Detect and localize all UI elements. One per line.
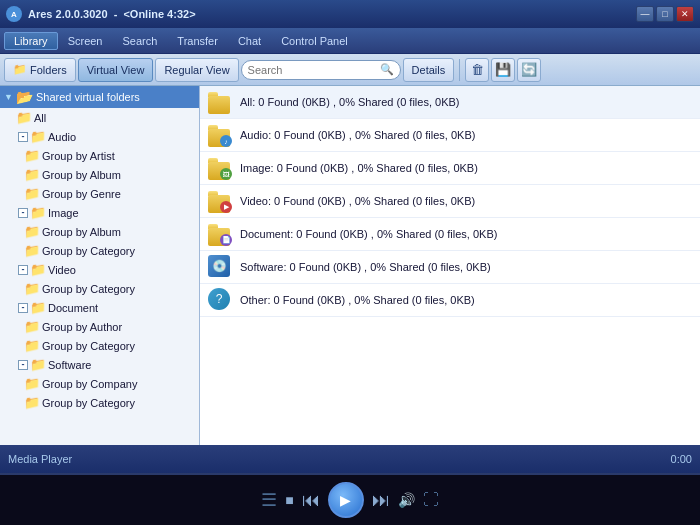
menu-controlpanel[interactable]: Control Panel [271, 32, 358, 50]
file-row-all[interactable]: All: 0 Found (0KB) , 0% Shared (0 files,… [200, 86, 700, 119]
playlist-button[interactable]: ☰ [261, 489, 277, 511]
tree-item-soft-company[interactable]: 📁 Group by Company [0, 374, 199, 393]
close-button[interactable]: ✕ [676, 6, 694, 22]
search-input[interactable] [248, 64, 380, 76]
menu-search[interactable]: Search [112, 32, 167, 50]
menu-screen[interactable]: Screen [58, 32, 113, 50]
media-player: ☰ ■ ⏮ ▶ ⏭ 🔊 ⛶ [0, 473, 700, 525]
file-row-other[interactable]: ? Other: 0 Found (0KB) , 0% Shared (0 fi… [200, 284, 700, 317]
file-label-audio: Audio: 0 Found (0KB) , 0% Shared (0 file… [240, 129, 475, 141]
prev-button[interactable]: ⏮ [302, 490, 320, 511]
file-label-software: Software: 0 Found (0KB) , 0% Shared (0 f… [240, 261, 491, 273]
all-label: All [34, 112, 46, 124]
file-row-video[interactable]: ▶ Video: 0 Found (0KB) , 0% Shared (0 fi… [200, 185, 700, 218]
tree-item-audio-album[interactable]: 📁 Group by Album [0, 165, 199, 184]
file-row-document[interactable]: 📄 Document: 0 Found (0KB) , 0% Shared (0… [200, 218, 700, 251]
tree-section-video: - 📁 Video 📁 Group by Category [0, 260, 199, 298]
delete-button[interactable]: 🗑 [465, 58, 489, 82]
file-icon-video: ▶ [208, 189, 232, 213]
folders-icon: 📁 [13, 63, 27, 76]
file-row-image[interactable]: 🖼 Image: 0 Found (0KB) , 0% Shared (0 fi… [200, 152, 700, 185]
maximize-button[interactable]: □ [656, 6, 674, 22]
tree-item-image-category[interactable]: 📁 Group by Category [0, 241, 199, 260]
menu-chat[interactable]: Chat [228, 32, 271, 50]
tree-parent-image[interactable]: - 📁 Image [0, 203, 199, 222]
image-category-label: Group by Category [42, 245, 135, 257]
video-category-label: Group by Category [42, 283, 135, 295]
file-label-video: Video: 0 Found (0KB) , 0% Shared (0 file… [240, 195, 475, 207]
tree-item-doc-category[interactable]: 📁 Group by Category [0, 336, 199, 355]
play-button[interactable]: ▶ [328, 482, 364, 518]
folders-button[interactable]: 📁 Folders [4, 58, 76, 82]
tree-item-audio-genre[interactable]: 📁 Group by Genre [0, 184, 199, 203]
status-right: 0:00 [671, 453, 692, 465]
next-button[interactable]: ⏭ [372, 490, 390, 511]
audio-artist-label: Group by Artist [42, 150, 115, 162]
doc-author-label: Group by Author [42, 321, 122, 333]
status-left: Media Player [8, 453, 72, 465]
tree-item-image-album[interactable]: 📁 Group by Album [0, 222, 199, 241]
soft-category-icon: 📁 [24, 395, 40, 410]
file-icon-audio: ♪ [208, 123, 232, 147]
doc-category-label: Group by Category [42, 340, 135, 352]
tree-section-software: - 📁 Software 📁 Group by Company 📁 Group … [0, 355, 199, 412]
tree-item-doc-author[interactable]: 📁 Group by Author [0, 317, 199, 336]
virtual-view-button[interactable]: Virtual View [78, 58, 154, 82]
image-album-label: Group by Album [42, 226, 121, 238]
details-button[interactable]: Details [403, 58, 455, 82]
file-icon-other: ? [208, 288, 232, 312]
tree-parent-audio[interactable]: - 📁 Audio [0, 127, 199, 146]
audio-expand-icon: - [18, 132, 28, 142]
fullscreen-button[interactable]: ⛶ [423, 491, 439, 509]
video-folder-icon: 📁 [30, 262, 46, 277]
audio-label: Audio [48, 131, 76, 143]
main-content: ▼ 📂 Shared virtual folders 📁 All - 📁 Aud… [0, 86, 700, 445]
tree-parent-software[interactable]: - 📁 Software [0, 355, 199, 374]
software-label: Software [48, 359, 91, 371]
soft-company-icon: 📁 [24, 376, 40, 391]
tree-parent-video[interactable]: - 📁 Video [0, 260, 199, 279]
audio-album-label: Group by Album [42, 169, 121, 181]
image-folder-icon: 📁 [30, 205, 46, 220]
tree-parent-document[interactable]: - 📁 Document [0, 298, 199, 317]
file-row-software[interactable]: 💿 Software: 0 Found (0KB) , 0% Shared (0… [200, 251, 700, 284]
minimize-button[interactable]: — [636, 6, 654, 22]
audio-album-icon: 📁 [24, 167, 40, 182]
tree-root-shared-folders[interactable]: ▼ 📂 Shared virtual folders [0, 86, 199, 108]
soft-company-label: Group by Company [42, 378, 137, 390]
window-controls: — □ ✕ [636, 6, 694, 22]
document-folder-icon: 📁 [30, 300, 46, 315]
tree-item-video-category[interactable]: 📁 Group by Category [0, 279, 199, 298]
image-label: Image [48, 207, 79, 219]
audio-genre-icon: 📁 [24, 186, 40, 201]
tree-scroll[interactable]: ▼ 📂 Shared virtual folders 📁 All - 📁 Aud… [0, 86, 199, 445]
video-expand-icon: - [18, 265, 28, 275]
toolbar: 📁 Folders Virtual View Regular View 🔍 De… [0, 54, 700, 86]
left-panel: ▼ 📂 Shared virtual folders 📁 All - 📁 Aud… [0, 86, 200, 445]
menu-transfer[interactable]: Transfer [167, 32, 228, 50]
save-button[interactable]: 💾 [491, 58, 515, 82]
file-label-other: Other: 0 Found (0KB) , 0% Shared (0 file… [240, 294, 475, 306]
root-expand-icon: ▼ [4, 92, 13, 102]
tree-item-all[interactable]: 📁 All [0, 108, 199, 127]
tree-item-audio-artist[interactable]: 📁 Group by Artist [0, 146, 199, 165]
stop-button[interactable]: ■ [285, 492, 293, 508]
all-folder-icon: 📁 [16, 110, 32, 125]
volume-button[interactable]: 🔊 [398, 492, 415, 508]
tree-item-soft-category[interactable]: 📁 Group by Category [0, 393, 199, 412]
video-label: Video [48, 264, 76, 276]
file-icon-all [208, 90, 232, 114]
title-bar: A Ares 2.0.0.3020 - <Online 4:32> — □ ✕ [0, 0, 700, 28]
image-category-icon: 📁 [24, 243, 40, 258]
search-box: 🔍 [241, 60, 401, 80]
file-icon-software: 💿 [208, 255, 232, 279]
regular-view-button[interactable]: Regular View [155, 58, 238, 82]
image-album-icon: 📁 [24, 224, 40, 239]
audio-artist-icon: 📁 [24, 148, 40, 163]
audio-genre-label: Group by Genre [42, 188, 121, 200]
menu-library[interactable]: Library [4, 32, 58, 50]
right-panel[interactable]: All: 0 Found (0KB) , 0% Shared (0 files,… [200, 86, 700, 445]
refresh-button[interactable]: 🔄 [517, 58, 541, 82]
file-row-audio[interactable]: ♪ Audio: 0 Found (0KB) , 0% Shared (0 fi… [200, 119, 700, 152]
file-icon-document: 📄 [208, 222, 232, 246]
